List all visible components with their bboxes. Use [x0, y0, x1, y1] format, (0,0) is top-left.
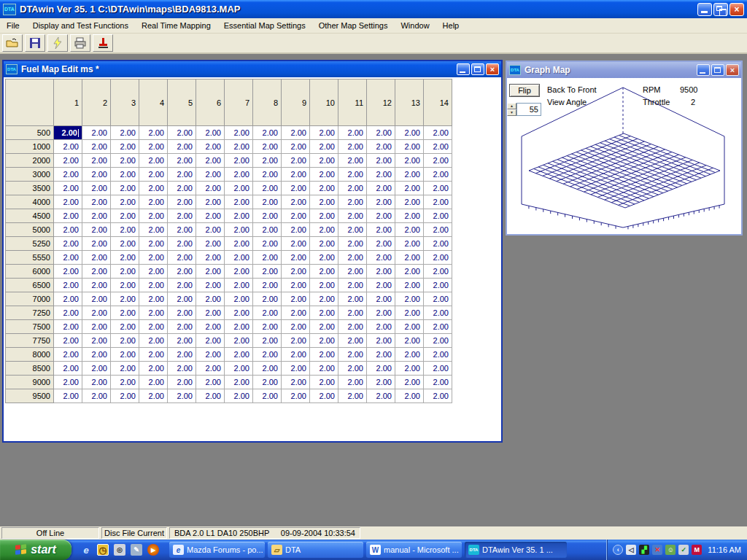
fuel-cell[interactable]: 2.00 [395, 237, 424, 251]
fuel-cell[interactable]: 2.00 [395, 320, 424, 334]
fuel-cell[interactable]: 2.00 [310, 126, 338, 140]
internet-explorer-icon[interactable]: e [80, 544, 92, 556]
fuel-cell[interactable]: 2.00 [424, 376, 452, 389]
fuel-cell[interactable]: 2.00 [367, 126, 395, 140]
fuel-cell[interactable]: 2.00 [196, 265, 225, 279]
fuel-cell[interactable]: 2.00 [111, 251, 139, 265]
fuel-cell[interactable]: 2.00 [253, 292, 282, 306]
fuel-cell[interactable]: 2.00 [111, 279, 139, 292]
fuel-cell[interactable]: 2.00 [395, 389, 424, 403]
fuel-cell[interactable]: 2.00 [282, 306, 310, 320]
fuel-cell[interactable]: 2.00 [82, 348, 111, 362]
fuel-cell[interactable]: 2.00 [139, 195, 168, 209]
fuel-cell[interactable]: 2.00 [82, 154, 111, 168]
mcafee-icon[interactable]: M [692, 545, 702, 555]
graph-map-maximize-button[interactable] [711, 64, 724, 76]
fuel-cell[interactable]: 2.00 [282, 237, 310, 251]
fuel-cell[interactable]: 2.00 [424, 223, 452, 237]
fuel-cell[interactable]: 2.00 [424, 209, 452, 223]
fuel-cell[interactable]: 2.00 [54, 362, 82, 376]
fuel-cell[interactable]: 2.00 [367, 292, 395, 306]
fuel-cell[interactable]: 2.00 [424, 168, 452, 182]
fuel-cell[interactable]: 2.00 [111, 334, 139, 348]
menu-other-map-settings[interactable]: Other Map Settings [312, 20, 395, 31]
fuel-cell[interactable]: 2.00 [54, 140, 82, 154]
fuel-cell[interactable]: 2.00 [139, 237, 168, 251]
fuel-cell[interactable]: 2.00 [282, 126, 310, 140]
fuel-cell[interactable]: 2.00 [168, 376, 196, 389]
fuel-cell[interactable]: 2.00 [282, 362, 310, 376]
fuel-cell[interactable]: 2.00 [282, 168, 310, 182]
fuel-cell[interactable]: 2.00 [282, 251, 310, 265]
fuel-cell[interactable]: 2.00 [310, 320, 338, 334]
fuel-cell[interactable]: 2.00 [367, 251, 395, 265]
fuel-cell[interactable]: 2.00 [253, 182, 282, 195]
fuel-cell[interactable]: 2.00 [367, 237, 395, 251]
graph-map-close-button[interactable]: × [726, 64, 739, 76]
fuel-cell[interactable]: 2.00 [338, 168, 367, 182]
fuel-cell[interactable]: 2.00 [168, 265, 196, 279]
fuel-cell[interactable]: 2.00 [111, 182, 139, 195]
fuel-cell[interactable]: 2.00 [82, 389, 111, 403]
fuel-cell[interactable]: 2.00 [139, 389, 168, 403]
fuel-cell[interactable]: 2.00 [168, 362, 196, 376]
fuel-cell[interactable]: 2.00 [139, 320, 168, 334]
fuel-cell[interactable]: 2.00 [196, 292, 225, 306]
fuel-cell[interactable]: 2.00 [253, 168, 282, 182]
fuel-cell[interactable]: 2.00 [253, 140, 282, 154]
fuel-cell[interactable]: 2.00 [282, 195, 310, 209]
fuel-cell[interactable]: 2.00 [424, 154, 452, 168]
fuel-cell[interactable]: 2.00 [338, 265, 367, 279]
fuel-cell[interactable]: 2.00 [424, 279, 452, 292]
volume-icon[interactable]: ◁ [626, 545, 636, 555]
view-angle-input[interactable]: 55 [516, 103, 541, 116]
fuel-cell[interactable]: 2.00 [367, 195, 395, 209]
fuel-cell[interactable]: 2.00 [424, 237, 452, 251]
fuel-cell[interactable]: 2.00 [282, 292, 310, 306]
fuel-cell[interactable]: 2.00 [395, 195, 424, 209]
edit-map-button[interactable] [47, 34, 68, 52]
fuel-cell[interactable]: 2.00 [139, 140, 168, 154]
fuel-cell[interactable]: 2.00 [395, 376, 424, 389]
fuel-cell[interactable]: 2.00 [196, 223, 225, 237]
fuel-cell[interactable]: 2.00 [139, 251, 168, 265]
fuel-cell[interactable]: 2.00 [253, 195, 282, 209]
fuel-cell[interactable]: 2.00 [338, 126, 367, 140]
flip-button[interactable]: Flip [509, 84, 540, 97]
fuel-cell[interactable]: 2.00 [225, 279, 253, 292]
fuel-cell[interactable]: 2.00 [253, 279, 282, 292]
fuel-cell[interactable]: 2.00 [111, 292, 139, 306]
fuel-cell[interactable]: 2.00 [139, 168, 168, 182]
fuel-cell[interactable]: 2.00 [310, 223, 338, 237]
fuel-cell[interactable]: 2.00 [196, 209, 225, 223]
fuel-cell[interactable]: 2.00 [310, 182, 338, 195]
fuel-cell[interactable]: 2.00 [282, 265, 310, 279]
fuel-cell[interactable]: 2.00 [111, 223, 139, 237]
fuel-cell[interactable]: 2.00 [282, 209, 310, 223]
fuel-cell[interactable]: 2.00 [139, 209, 168, 223]
fuel-cell[interactable]: 2.00 [225, 195, 253, 209]
fuel-cell[interactable]: 2.00 [424, 140, 452, 154]
fuel-cell[interactable]: 2.00 [338, 320, 367, 334]
close-button[interactable]: × [729, 3, 744, 16]
fuel-cell[interactable]: 2.00 [139, 292, 168, 306]
fuel-cell[interactable]: 2.00 [338, 223, 367, 237]
fuel-map-minimize-button[interactable] [457, 63, 470, 75]
fuel-cell[interactable]: 2.00 [367, 376, 395, 389]
fuel-cell[interactable]: 2.00 [225, 348, 253, 362]
start-button[interactable]: start [0, 540, 71, 560]
fuel-cell[interactable]: 2.00 [54, 348, 82, 362]
fuel-cell[interactable]: 2.00 [310, 306, 338, 320]
fuel-cell[interactable]: 2.00 [196, 195, 225, 209]
fuel-cell[interactable]: 2.00 [310, 279, 338, 292]
fuel-cell[interactable]: 2.00 [253, 209, 282, 223]
fuel-cell[interactable]: 2.00 [253, 251, 282, 265]
fuel-cell[interactable]: 2.00 [111, 306, 139, 320]
fuel-cell[interactable]: 2.00 [310, 265, 338, 279]
fuel-cell[interactable]: 2.00 [395, 126, 424, 140]
menu-real-time-mapping[interactable]: Real Time Mapping [135, 20, 217, 31]
print-button[interactable] [70, 34, 90, 52]
fuel-cell[interactable]: 2.00 [139, 265, 168, 279]
fuel-cell[interactable]: 2.00 [225, 306, 253, 320]
fuel-cell[interactable]: 2.00 [282, 334, 310, 348]
